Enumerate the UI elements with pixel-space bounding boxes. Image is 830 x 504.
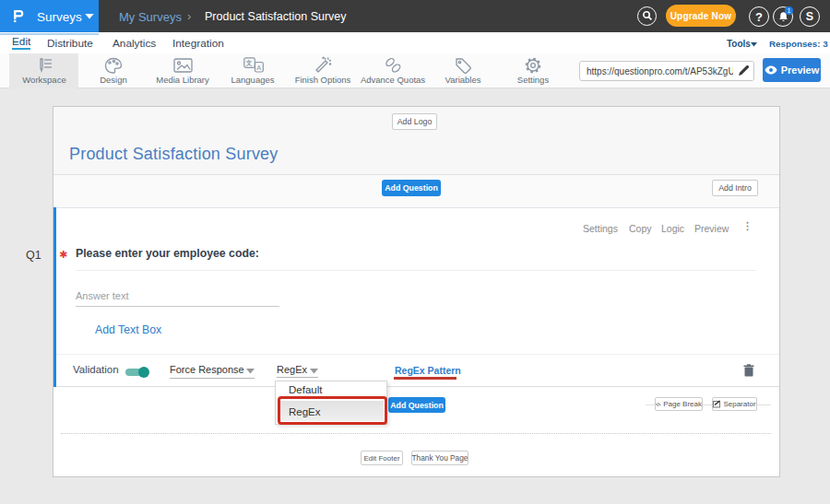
svg-text:文: 文 <box>245 59 253 66</box>
svg-text:A: A <box>256 64 261 72</box>
